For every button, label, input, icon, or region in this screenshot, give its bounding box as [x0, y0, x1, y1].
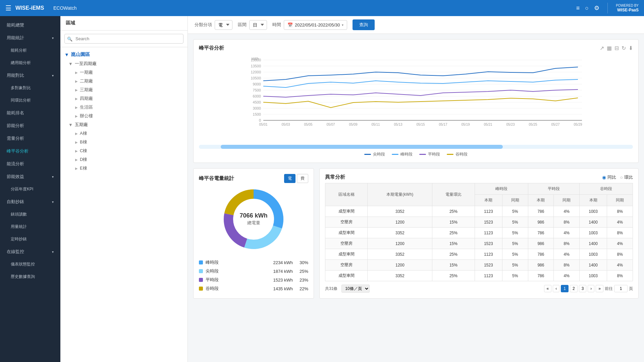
sidebar-item-energy-flow[interactable]: 能流分析 [0, 158, 60, 170]
page-3-btn[interactable]: 3 [579, 285, 587, 292]
svg-text:總電量: 總電量 [247, 220, 260, 225]
tree-l2-bldgB[interactable]: ▶ B棟 [60, 138, 187, 146]
cell-peak-same: 5% [502, 260, 528, 270]
sidebar-item-same-ratio[interactable]: 同環比分析 [0, 94, 60, 107]
donut-header: 峰平谷電量統計 電 費 [199, 174, 308, 183]
tree-l2-factory4[interactable]: ▶ 四期廠 [60, 94, 187, 103]
sidebar-item-demand-analysis[interactable]: 需量分析 [0, 132, 60, 145]
cell-peak-same: 5% [502, 228, 528, 238]
svg-text:12000: 12000 [251, 70, 261, 74]
sidebar-item-energy-analysis[interactable]: 能耗分析 [0, 44, 60, 57]
col-flat: 平時段 [528, 183, 579, 195]
sidebar-item-meter-status[interactable]: 儀表狀態監控 [0, 258, 60, 270]
cell-valley-cur: 1400 [579, 238, 607, 249]
tree-l1-factory5[interactable]: ▼ 五期廠 [60, 120, 187, 129]
main-content: 峰平谷分析 ↗ ▦ ⊟ ↻ ⬇ 15000 1350 [188, 34, 644, 362]
tree-l2-label: 一期廠 [80, 69, 93, 75]
sidebar-item-overview[interactable]: 能耗總覽 [0, 19, 60, 32]
chart-scrollbar[interactable] [199, 145, 633, 149]
chart-card: 峰平谷分析 ↗ ▦ ⊟ ↻ ⬇ 15000 1350 [193, 39, 639, 163]
left-panel-header: 區域 [60, 16, 187, 31]
page-next-btn[interactable]: › [588, 285, 594, 292]
settings-icon[interactable]: ⚙ [594, 4, 599, 12]
svg-text:05/23: 05/23 [506, 123, 515, 126]
tree-root[interactable]: ▼ 崑山園區 [60, 50, 187, 59]
donut-tab-electricity[interactable]: 電 [284, 174, 296, 183]
tree-l2-living[interactable]: ▶ 生活區 [60, 103, 187, 112]
table-footer: 共31條 10條／頁 20條／頁 50條／頁 « ‹ 1 [325, 285, 633, 293]
cell-peak-same: 5% [502, 217, 528, 228]
cell-valley-same: 4% [607, 238, 633, 249]
sidebar-item-usage-stats[interactable]: 用量統計 [0, 221, 60, 233]
page-2-btn[interactable]: 2 [570, 285, 578, 292]
period-select[interactable]: 日 月 年 [249, 20, 267, 30]
col-current-period: 本期電量(kWh) [368, 183, 432, 206]
tree-l2-bldgD[interactable]: ▶ D棟 [60, 155, 187, 164]
user-icon[interactable]: ○ [585, 5, 589, 12]
sidebar-item-history-data[interactable]: 歷史數據查詢 [0, 270, 60, 283]
col-peak-current: 本期 [475, 195, 502, 206]
sidebar-item-meter-read[interactable]: 錶頭讀數 [0, 208, 60, 221]
chart-scrollbar-thumb[interactable] [221, 145, 503, 149]
sidebar-item-online-monitor[interactable]: 在線監控 ▾ [0, 245, 60, 258]
query-button[interactable]: 查詢 [353, 19, 375, 30]
page-size-select[interactable]: 10條／頁 20條／頁 50條／頁 [341, 285, 370, 293]
donut-tab-cost[interactable]: 費 [297, 174, 308, 183]
tree-l1-factory14[interactable]: ▼ 一至四期廠 [60, 59, 187, 68]
search-icon: 🔍 [67, 36, 72, 41]
sidebar-item-energy-rank[interactable]: 能耗排名 [0, 107, 60, 119]
page-first-btn[interactable]: « [544, 285, 552, 292]
download-icon[interactable]: ⬇ [629, 45, 633, 51]
page-prev-btn[interactable]: ‹ [553, 285, 559, 292]
cell-valley-cur: 1003 [579, 249, 607, 260]
date-picker[interactable]: 📅 2022/05/01-2022/05/30 ▾ [284, 20, 347, 30]
donut-legend-shoulder-label: 尖時段 [206, 268, 219, 274]
page-last-btn[interactable]: » [596, 285, 603, 292]
sidebar-item-kpi[interactable]: 分區年度KPI [0, 183, 60, 195]
tree-l2-office[interactable]: ▶ 辦公樓 [60, 112, 187, 120]
radio-ring[interactable]: ○ 環比 [620, 174, 633, 180]
svg-text:05/19: 05/19 [461, 123, 470, 126]
sidebar-item-energy-compare[interactable]: 用能對比 ▾ [0, 69, 60, 82]
radio-same[interactable]: ◉ 同比 [602, 174, 616, 180]
sidebar-item-energy-save[interactable]: 節能分析 [0, 119, 60, 132]
tree-l2-bldgC[interactable]: ▶ C棟 [60, 146, 187, 155]
sidebar-item-energy-stats[interactable]: 用能統計 ▾ [0, 32, 60, 44]
cell-flat-same: 8% [554, 238, 580, 249]
sidebar-item-energy-benefit[interactable]: 節能效益 ▾ [0, 170, 60, 183]
chevron-down-icon: ▾ [52, 175, 54, 179]
trend-icon[interactable]: ↗ [600, 45, 604, 51]
tree-arrow-icon: ▶ [75, 97, 78, 101]
sidebar-item-scheduled-read[interactable]: 定時抄錶 [0, 233, 60, 245]
line-chart-svg: 15000 13500 12000 10500 9000 7500 6000 4… [199, 55, 633, 142]
cell-flat-cur: 786 [528, 249, 554, 260]
table-icon[interactable]: ⊟ [614, 45, 619, 51]
category-select[interactable]: 電 費 [215, 20, 232, 30]
sidebar-item-peak-valley[interactable]: 峰平谷分析 [0, 145, 60, 158]
chevron-down-icon: ▾ [52, 200, 54, 204]
menu-icon[interactable]: ≡ [576, 5, 580, 12]
cell-valley-cur: 1400 [579, 217, 607, 228]
cell-ratio: 25% [432, 249, 475, 260]
bar-chart-icon[interactable]: ▦ [607, 45, 612, 51]
tree-l2-factory3[interactable]: ▶ 三期廠 [60, 85, 187, 94]
tree-l2-factory1[interactable]: ▶ 一期廠 [60, 68, 187, 77]
sidebar-item-auto-meter[interactable]: 自動抄錶 ▾ [0, 195, 60, 208]
chevron-down-icon: ▾ [342, 23, 343, 27]
legend-valley: 谷時段 [447, 152, 468, 157]
cell-current: 3352 [368, 228, 432, 238]
tree-l2-bldgE[interactable]: ▶ E棟 [60, 164, 187, 173]
sidebar-item-multi-compare[interactable]: 多對象對比 [0, 82, 60, 94]
hamburger-menu[interactable]: ☰ [5, 4, 11, 12]
tree-l2-factory2[interactable]: ▶ 二期廠 [60, 77, 187, 85]
tree-l2-bldgA[interactable]: ▶ A棟 [60, 129, 187, 138]
sidebar-item-total-energy[interactable]: 總用能分析 [0, 57, 60, 69]
tree-l2-label: C棟 [80, 148, 87, 154]
search-input[interactable] [64, 34, 183, 44]
jump-input[interactable] [614, 285, 628, 292]
cell-ratio: 15% [432, 260, 475, 270]
refresh-icon[interactable]: ↻ [622, 45, 626, 51]
table-row: 成型車間 3352 25% 1123 5% 786 4% 1003 8% [325, 270, 633, 281]
page-1-btn[interactable]: 1 [561, 285, 569, 292]
tree-l2-label: A棟 [80, 130, 87, 136]
